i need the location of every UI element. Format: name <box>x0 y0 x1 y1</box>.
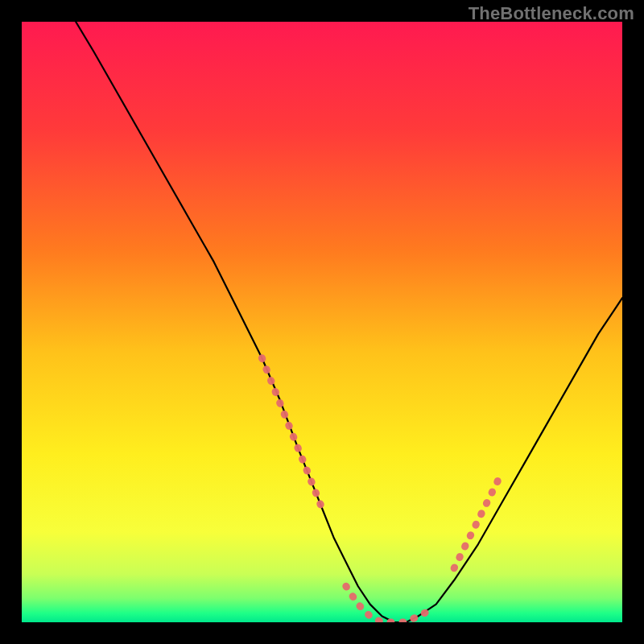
bottleneck-chart <box>22 22 622 622</box>
bottleneck-curve <box>22 22 622 622</box>
